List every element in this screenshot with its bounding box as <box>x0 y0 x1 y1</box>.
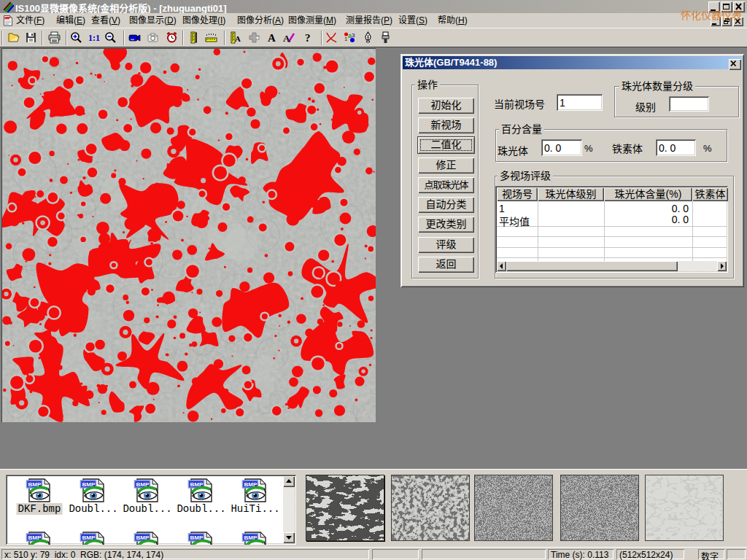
svg-text:A: A <box>283 33 290 44</box>
svg-text:?: ? <box>305 32 311 44</box>
svg-text:1:1: 1:1 <box>88 33 100 43</box>
svg-text:A: A <box>268 32 276 44</box>
svg-text:3: 3 <box>352 32 355 39</box>
svg-text:A: A <box>235 34 241 43</box>
